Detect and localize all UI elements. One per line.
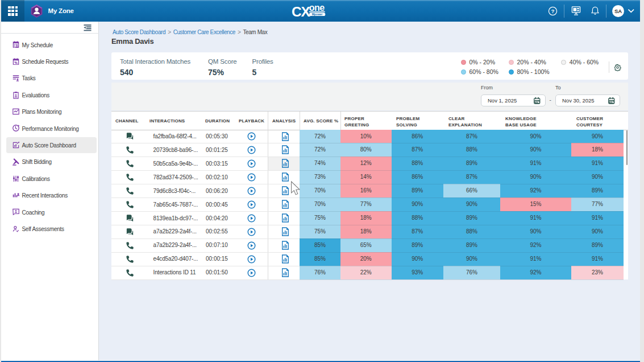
svg-text:one: one	[309, 3, 325, 13]
svg-text:?: ?	[551, 9, 554, 14]
svg-text:Mpower: Mpower	[312, 13, 323, 16]
svg-text:CX: CX	[292, 4, 310, 19]
